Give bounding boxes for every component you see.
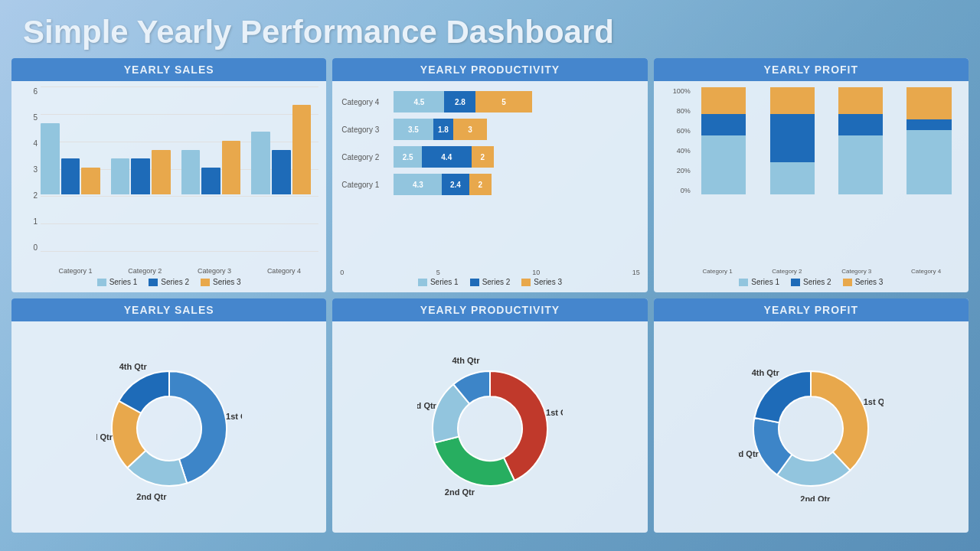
legend-item: Series 3: [201, 278, 241, 286]
x-labels-row: Category 1Category 2Category 3Category 4: [19, 267, 318, 276]
stacked-segment: [838, 114, 883, 135]
donut-label: 2nd Qtr: [801, 494, 831, 500]
x-axis-label: Category 3: [180, 267, 250, 275]
legend-swatch: [521, 279, 531, 286]
x-axis-label: Category 2: [110, 267, 180, 275]
hbar-x-label: 15: [632, 269, 640, 276]
panel-header-yearly-productivity-donut: YEARLY PRODUCTIVITY: [332, 298, 647, 321]
legend-swatch: [97, 279, 106, 286]
stacked-col: [770, 87, 815, 194]
panel-yearly-productivity-hbar: YEARLY PRODUCTIVITY Category 44.52.85Cat…: [332, 58, 647, 292]
donut-productivity: 1st Qtr2nd Qtr3rd Qtr4th Qtr: [340, 328, 639, 529]
panel-header-yearly-sales-bar: YEARLY SALES: [11, 58, 326, 81]
hbar-x-label: 0: [340, 269, 344, 276]
dashboard-grid: YEARLY SALES 0123456 Category 1Category …: [0, 58, 980, 544]
bar-group-inner: [41, 123, 108, 194]
hbar-segment: 3: [453, 119, 487, 140]
donut-label: 4th Qtr: [452, 356, 480, 365]
legend-item: Series 2: [149, 278, 189, 286]
legend-swatch: [739, 279, 748, 286]
bar-group-inner: [111, 150, 178, 194]
stacked-segment: [906, 130, 951, 194]
legend-item: Series 3: [843, 278, 884, 286]
x-axis-label: Category 2: [753, 268, 822, 275]
bar-segment: [131, 158, 150, 194]
hbar-x-axis: 051015: [340, 269, 639, 276]
legend-stacked: Series 1Series 2Series 3: [662, 276, 961, 289]
panel-header-yearly-profit-donut: YEARLY PROFIT: [654, 298, 969, 321]
bar-group: [41, 123, 108, 194]
stacked-col: [838, 87, 883, 194]
donut-label: 3rd Qtr: [96, 432, 113, 441]
legend-label: Series 2: [803, 278, 831, 286]
donut-svg: 1st Qtr2nd Qtr3rd Qtr4th Qtr: [738, 356, 884, 501]
donut-slice: [434, 436, 514, 486]
donut-label: 2nd Qtr: [136, 491, 167, 500]
stacked-segment: [838, 87, 883, 114]
hbar-segments: 4.32.42: [394, 174, 492, 195]
bar-segment: [251, 132, 270, 194]
donut-label: 1st Qtr: [546, 407, 563, 416]
hbar-segments: 4.52.85: [394, 91, 531, 112]
bar-group-inner: [251, 105, 318, 194]
chart-body-sales-donut: 1st Qtr2nd Qtr3rd Qtr4th Qtr: [11, 321, 326, 533]
stacked-segment: [701, 87, 746, 114]
stacked-col-wrapper: [897, 87, 961, 194]
panel-yearly-sales-bar: YEARLY SALES 0123456 Category 1Category …: [11, 58, 326, 292]
panel-header-yearly-productivity-hbar: YEARLY PRODUCTIVITY: [332, 58, 647, 81]
donut-label: 4th Qtr: [752, 368, 780, 377]
stacked-col: [701, 87, 746, 194]
legend-item: Series 1: [418, 278, 459, 286]
stacked-segment: [701, 114, 746, 135]
donut-sales: 1st Qtr2nd Qtr3rd Qtr4th Qtr: [19, 328, 318, 529]
hbar-chart: Category 44.52.85Category 33.51.83Catego…: [340, 87, 639, 267]
hbar-x-label: 5: [436, 269, 440, 276]
x-axis-label: Category 3: [822, 268, 891, 275]
legend-item: Series 2: [791, 278, 831, 286]
y-axis-label: 1: [19, 217, 41, 226]
x-axis-label: Category 1: [683, 268, 753, 275]
legend-label: Series 1: [430, 278, 459, 286]
chart-body-profit-stacked: 0%20%40%60%80%100% Category 1Category 2C…: [654, 81, 969, 292]
stacked-col-wrapper: [760, 87, 824, 194]
y-axis-label: 0: [19, 243, 41, 252]
page-title: Simple Yearly Performance Dashboard: [0, 0, 980, 58]
hbar-segment: 2.8: [444, 91, 475, 112]
hbar-segment: 2.4: [442, 174, 469, 195]
legend-item: Series 3: [521, 278, 562, 286]
donut-svg: 1st Qtr2nd Qtr3rd Qtr4th Qtr: [417, 356, 563, 501]
bar-group-inner: [181, 141, 249, 194]
bar-group: [181, 141, 249, 194]
stacked-segment: [770, 162, 815, 194]
legend-hbar: Series 1Series 2Series 3: [340, 276, 639, 289]
panel-yearly-profit-donut: YEARLY PROFIT 1st Qtr2nd Qtr3rd Qtr4th Q…: [654, 298, 969, 533]
hbar-row: Category 44.52.85: [394, 91, 639, 112]
panel-yearly-profit-stacked: YEARLY PROFIT 0%20%40%60%80%100% Categor…: [654, 58, 969, 292]
panel-yearly-productivity-donut: YEARLY PRODUCTIVITY 1st Qtr2nd Qtr3rd Qt…: [332, 298, 647, 533]
bar-group: [111, 150, 178, 194]
x-axis-label: Category 4: [249, 267, 318, 275]
bar-segment: [41, 123, 60, 194]
bar-segment: [81, 168, 100, 194]
donut-label: 1st Qtr: [864, 396, 884, 406]
hbar-segment: 3.5: [394, 119, 433, 140]
bar-chart-area: 0123456 Category 1Category 2Category 3Ca…: [19, 87, 318, 289]
chart-body-productivity-hbar: Category 44.52.85Category 33.51.83Catego…: [332, 81, 647, 292]
hbar-segment: 5: [475, 91, 531, 112]
legend-swatch: [149, 279, 158, 286]
donut-profit: 1st Qtr2nd Qtr3rd Qtr4th Qtr: [662, 328, 961, 529]
hbar-segment: 4.4: [422, 146, 472, 168]
legend-label: Series 1: [109, 278, 138, 286]
legend-swatch: [201, 279, 210, 286]
stacked-col-wrapper: [692, 87, 756, 194]
stacked-chart-area: 0%20%40%60%80%100% Category 1Category 2C…: [662, 87, 961, 289]
bar-group: [251, 105, 318, 194]
x-labels-stacked: Category 1Category 2Category 3Category 4: [662, 268, 961, 276]
legend-swatch: [470, 279, 479, 286]
bar-segment: [181, 150, 201, 194]
legend-swatch: [791, 279, 800, 286]
hbar-segments: 2.54.42: [394, 146, 494, 168]
grid-line: [41, 223, 318, 224]
hbar-segment: 1.8: [433, 119, 453, 140]
hbar-segment: 2.5: [394, 146, 422, 168]
